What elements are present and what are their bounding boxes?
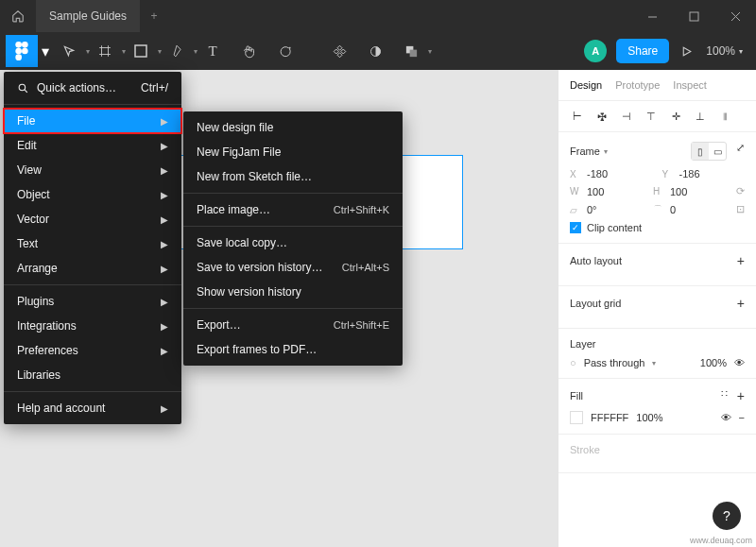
close-icon[interactable]	[714, 0, 756, 32]
submenu-new-design[interactable]: New design file	[183, 115, 403, 140]
chevron-down-icon[interactable]: ▾	[40, 43, 51, 60]
add-layout-grid-button[interactable]: +	[737, 296, 745, 311]
home-icon[interactable]	[0, 0, 36, 32]
main-menu: Quick actions… Ctrl+/ File▶ Edit▶ View▶ …	[4, 72, 181, 424]
align-hcenter-icon[interactable]: ⧾	[594, 109, 610, 124]
separator	[183, 308, 403, 309]
fit-icon[interactable]: ⤢	[736, 142, 745, 161]
h-value[interactable]: 100	[670, 186, 687, 197]
maximize-icon[interactable]	[673, 0, 714, 32]
avatar[interactable]: A	[584, 40, 607, 62]
menu-plugins[interactable]: Plugins▶	[4, 289, 181, 314]
align-bottom-icon[interactable]: ⊥	[693, 109, 708, 124]
submenu-place-image[interactable]: Place image…Ctrl+Shift+K	[183, 197, 403, 222]
separator	[183, 193, 403, 194]
submenu-save-version[interactable]: Save to version history…Ctrl+Alt+S	[183, 255, 403, 280]
boolean-tool-icon[interactable]: ▾	[396, 36, 426, 66]
menu-item-label: New FigJam File	[197, 145, 281, 159]
submenu-show-history[interactable]: Show version history	[183, 280, 403, 304]
text-tool-icon[interactable]: T	[198, 36, 228, 66]
radius-value[interactable]: 0	[670, 204, 676, 215]
minimize-icon[interactable]	[631, 0, 673, 32]
blend-mode-value[interactable]: Pass through	[584, 357, 645, 368]
submenu-save-local[interactable]: Save local copy…	[183, 231, 403, 255]
align-left-icon[interactable]: ⊢	[570, 109, 585, 124]
submenu-new-figjam[interactable]: New FigJam File	[183, 140, 403, 164]
menu-edit[interactable]: Edit▶	[4, 133, 181, 158]
menu-preferences[interactable]: Preferences▶	[4, 338, 181, 363]
rotation-value[interactable]: 0°	[587, 204, 597, 215]
blend-mode-icon[interactable]: ○	[570, 357, 576, 368]
w-label: W	[570, 186, 581, 197]
align-right-icon[interactable]: ⊣	[619, 109, 634, 124]
menu-arrange[interactable]: Arrange▶	[4, 256, 181, 281]
submenu-export[interactable]: Export…Ctrl+Shift+E	[183, 313, 403, 337]
x-value[interactable]: -180	[587, 168, 608, 179]
mask-tool-icon[interactable]	[360, 36, 390, 66]
submenu-new-sketch[interactable]: New from Sketch file…	[183, 164, 403, 189]
frame-tool-icon[interactable]: ▾	[90, 36, 120, 66]
menu-integrations[interactable]: Integrations▶	[4, 314, 181, 338]
visibility-icon[interactable]: 👁	[734, 357, 745, 368]
tab-design[interactable]: Design	[570, 79, 602, 91]
menu-text[interactable]: Text▶	[4, 231, 181, 256]
fill-hex-value[interactable]: FFFFFF	[591, 412, 628, 423]
comment-tool-icon[interactable]	[269, 36, 300, 66]
new-tab-button[interactable]: +	[140, 9, 168, 23]
chevron-right-icon: ▶	[161, 321, 168, 332]
constrain-icon[interactable]: ⟳	[736, 185, 745, 197]
add-fill-button[interactable]: +	[737, 388, 745, 403]
zoom-level[interactable]: 100%▾	[706, 44, 743, 58]
w-value[interactable]: 100	[587, 186, 604, 197]
component-tool-icon[interactable]	[324, 36, 354, 66]
svg-line-18	[25, 90, 27, 93]
present-icon[interactable]	[680, 45, 693, 58]
layer-opacity-value[interactable]: 100%	[700, 357, 727, 368]
document-tab[interactable]: Sample Guides	[36, 0, 140, 32]
add-auto-layout-button[interactable]: +	[737, 253, 745, 268]
menu-object[interactable]: Object▶	[4, 182, 181, 207]
align-row: ⊢ ⧾ ⊣ ⊤ ✛ ⊥ ⦀	[558, 101, 756, 132]
menu-shortcut: Ctrl+Shift+E	[334, 319, 389, 331]
menu-libraries[interactable]: Libraries	[4, 363, 181, 387]
menu-vector[interactable]: Vector▶	[4, 207, 181, 231]
clip-content-checkbox[interactable]: ✓	[570, 222, 581, 233]
independent-corners-icon[interactable]: ⊡	[736, 203, 745, 216]
tab-prototype[interactable]: Prototype	[615, 79, 660, 91]
share-button[interactable]: Share	[616, 39, 669, 63]
help-button[interactable]: ?	[713, 502, 741, 530]
menu-item-label: File	[17, 114, 35, 128]
distribute-icon[interactable]: ⦀	[717, 109, 732, 124]
y-value[interactable]: -186	[679, 168, 700, 179]
svg-rect-1	[690, 12, 698, 21]
fill-swatch[interactable]	[570, 411, 583, 424]
orientation-toggle[interactable]: ▯▭	[691, 142, 727, 161]
layer-title: Layer	[570, 338, 596, 350]
fill-opacity-value[interactable]: 100%	[636, 412, 662, 423]
align-vcenter-icon[interactable]: ✛	[668, 109, 683, 124]
tab-inspect[interactable]: Inspect	[673, 79, 706, 91]
avatar-letter: A	[592, 45, 599, 57]
menu-view[interactable]: View▶	[4, 158, 181, 182]
hand-tool-icon[interactable]	[233, 36, 264, 66]
move-tool-icon[interactable]: ▾	[54, 36, 84, 66]
submenu-export-pdf[interactable]: Export frames to PDF…	[183, 337, 403, 362]
menu-item-label: New from Sketch file…	[197, 170, 312, 183]
style-icon[interactable]: ∷	[721, 388, 728, 403]
figma-menu-button[interactable]	[6, 35, 38, 67]
menu-file[interactable]: File▶	[4, 109, 181, 133]
menu-item-label: Arrange	[17, 262, 58, 275]
menu-item-label: Text	[17, 237, 38, 250]
menu-item-label: Save to version history…	[197, 261, 322, 274]
pen-tool-icon[interactable]: ▾	[162, 36, 192, 66]
align-top-icon[interactable]: ⊤	[644, 109, 659, 124]
menu-help[interactable]: Help and account▶	[4, 396, 181, 420]
frame-section-title[interactable]: Frame	[570, 145, 600, 157]
menu-item-label: Help and account	[17, 402, 105, 415]
fill-visibility-icon[interactable]: 👁	[721, 412, 731, 423]
help-button-label: ?	[723, 508, 730, 523]
menu-item-label: Edit	[17, 139, 37, 152]
shape-tool-icon[interactable]: ▾	[126, 36, 156, 66]
remove-fill-button[interactable]: −	[739, 412, 745, 423]
menu-quick-actions[interactable]: Quick actions… Ctrl+/	[4, 76, 181, 100]
